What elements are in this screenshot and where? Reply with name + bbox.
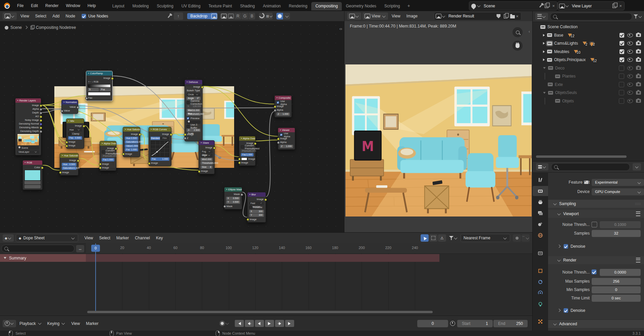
node-dropdown-fog-glow[interactable]: Fog Glow [201, 150, 213, 153]
dopesheet-menu-view[interactable]: View [82, 236, 96, 240]
next-key-button[interactable] [275, 320, 284, 327]
node-tab-standard[interactable]: Standard [151, 137, 160, 140]
socket-denoising-albedo[interactable]: Denoising Albedo [15, 126, 41, 129]
node-dropdown-hue[interactable]: Hue [68, 128, 82, 132]
socket-image[interactable]: Image [248, 197, 266, 201]
node-viewer[interactable]: ‣ ViewerUse AlphaImageAlphaZ1.000 [278, 128, 295, 150]
panel-render[interactable]: Render [548, 256, 644, 264]
overlays-controls[interactable] [276, 13, 290, 19]
socket-image[interactable]: Image [100, 166, 116, 170]
dope-sheet-mode-dropdown[interactable]: ◆ Dope Sheet [16, 234, 78, 242]
socket-denoising-depth[interactable]: Denoising Depth [15, 129, 41, 133]
node-curve-widget[interactable] [151, 141, 169, 157]
expand-icon[interactable] [543, 92, 546, 93]
compositor-menu-select[interactable]: Select [32, 14, 49, 18]
outliner-row-base[interactable]: Base12 [533, 31, 644, 39]
node-field-threshold[interactable]: Threshold1.000 [186, 112, 201, 116]
exclude-checkbox[interactable] [619, 90, 624, 95]
socket-alpha[interactable]: Alpha [278, 140, 295, 144]
channel-b[interactable]: B [249, 13, 256, 19]
outliner-row-plantes[interactable]: Plantes [533, 72, 644, 80]
socket-image[interactable]: Image [199, 146, 214, 149]
prop-field-time-limit[interactable]: 0 sec [592, 295, 641, 302]
node-field-size[interactable]: Size8 [201, 165, 213, 169]
socket-image[interactable]: Image [66, 140, 84, 144]
image-menu-image[interactable]: Image [404, 14, 421, 18]
socket-image[interactable]: Image [149, 161, 171, 165]
node-field-y[interactable]: Y0.500 [226, 200, 240, 204]
exclude-checkbox[interactable] [620, 49, 624, 54]
socket-alpha[interactable]: Alpha [275, 108, 291, 112]
menu-edit[interactable]: Edit [27, 3, 42, 8]
compositor-menu-add[interactable]: Add [49, 14, 62, 18]
node-colorramp[interactable] [88, 84, 111, 88]
image-menu-view[interactable]: View [389, 14, 404, 18]
socket-mask[interactable]: Mask [224, 204, 242, 208]
workspace-tab-texture-paint[interactable]: Texture Paint [205, 2, 236, 10]
preset-icon[interactable] [636, 211, 640, 216]
node-field-z[interactable]: Z1.000 [276, 112, 290, 116]
socket-image[interactable]: Image [185, 85, 202, 89]
editor-type-button[interactable] [3, 320, 16, 327]
hide-viewport-icon[interactable] [627, 83, 633, 87]
node-color-swatch[interactable] [88, 92, 111, 96]
options-button[interactable] [633, 163, 641, 171]
playback-menu-marker[interactable]: Marker [83, 321, 101, 326]
collection-name[interactable]: Objets [562, 99, 574, 103]
hide-viewport-icon[interactable] [627, 91, 633, 95]
node-check-use-z-buffer[interactable]: Use Z-Buffer [185, 125, 202, 128]
hide-viewport-icon[interactable] [627, 99, 633, 103]
node-dropdown-high[interactable]: High [201, 154, 213, 157]
node-dropdown-fast-gaussian[interactable]: Fast Gaussian [249, 202, 264, 205]
node-alpha-over-1[interactable]: ‣ Alpha OverImageConvert PremultipliedPr… [100, 141, 116, 171]
workspace-tab-rendering[interactable]: Rendering [285, 2, 311, 10]
timeline-scrollbar[interactable] [87, 311, 433, 313]
prop-field-samples[interactable]: 32 [592, 230, 641, 237]
new-layer-icon[interactable] [612, 4, 616, 8]
node-check-preview[interactable]: Preview [185, 116, 202, 120]
socket-image[interactable]: Image [15, 103, 41, 107]
exclude-checkbox[interactable] [619, 74, 624, 79]
socket-image[interactable]: Image [123, 132, 140, 136]
node-tab-film[interactable]: Film [160, 137, 169, 140]
go-parent-node-tree-button[interactable]: ↑ [174, 12, 183, 20]
timeline-ruler[interactable]: 20406080100120140160180200220240 [86, 243, 532, 254]
channel-g[interactable]: G [241, 13, 249, 19]
socket-image[interactable]: Image [100, 146, 116, 150]
dopesheet-menu-select[interactable]: Select [96, 236, 113, 240]
outliner-row-cams-lights[interactable]: Cams&Lights22 [533, 39, 644, 47]
node-check-relative[interactable]: Relative [248, 205, 266, 209]
prop-field-device[interactable]: GPU Compute [592, 188, 644, 195]
start-frame-field[interactable]: Start 1 [457, 320, 493, 327]
workspace-tab-geometry-nodes[interactable]: Geometry Nodes [342, 2, 380, 10]
panel-sampling[interactable]: Sampling::::: [548, 200, 644, 208]
use-preview-range-toggle[interactable] [450, 321, 455, 326]
prop-field-noise-thresh-[interactable]: 0.0000 [600, 269, 641, 276]
disable-render-icon[interactable] [636, 33, 641, 37]
exclude-checkbox[interactable] [619, 82, 624, 87]
dopesheet-menu-key[interactable]: Key [153, 236, 166, 240]
editor-type-button[interactable] [347, 12, 361, 20]
socket-z[interactable]: Z [185, 136, 202, 140]
use-nodes-checkbox[interactable] [82, 14, 86, 18]
proportional-edit-toggle[interactable] [513, 234, 521, 242]
node-dropdown-circle[interactable]: Circle [186, 93, 201, 96]
node-field-max-blur[interactable]: Max Blur16.000 [186, 109, 201, 112]
hide-viewport-icon[interactable] [627, 50, 633, 54]
render-result-view[interactable]: Frame:0 | Time:00:44.70 | Mem:831.14M, P… [344, 21, 533, 232]
duplicate-icon[interactable] [504, 14, 507, 18]
hide-viewport-icon[interactable] [627, 41, 633, 45]
node-defocus[interactable]: ‣ DefocusImageBokeh TypeCircleAngle0°Gam… [184, 80, 203, 141]
blender-logo-icon[interactable] [4, 3, 10, 9]
preset-icon[interactable] [636, 258, 640, 262]
node-hue-sat-1[interactable]: ‣ Hue Saturation ValueImageHue0.500Satur… [123, 127, 140, 157]
node-field-value[interactable]: Value1.000 [125, 144, 138, 148]
menu-help[interactable]: Help [84, 3, 100, 8]
outliner-row-objets-principaux[interactable]: Objets.Principaux12 [533, 56, 644, 64]
node-hue-sat-2[interactable]: ‣ Hue Saturation ValueImageHue0.500Satur… [60, 153, 78, 176]
socket-alpha[interactable]: Alpha [15, 107, 41, 111]
socket-ao[interactable]: AO [15, 114, 41, 118]
unlink-icon[interactable]: × [515, 14, 520, 19]
workspace-tab-compositing[interactable]: Compositing [311, 2, 342, 10]
only-selected-toggle[interactable] [421, 234, 429, 242]
